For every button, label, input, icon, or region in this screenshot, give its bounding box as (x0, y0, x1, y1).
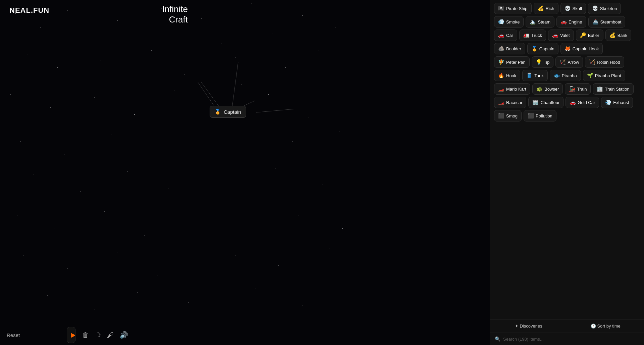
item-label: Train Station (605, 87, 629, 92)
star (27, 54, 28, 54)
star (111, 134, 111, 135)
item-btn-skeleton[interactable]: 💀Skeleton (588, 3, 621, 14)
item-btn-rich[interactable]: 💰Rich (534, 3, 558, 14)
item-emoji: 🏎️ (498, 86, 504, 92)
svg-line-2 (256, 109, 293, 112)
item-emoji: 🐟 (554, 72, 560, 79)
star (278, 265, 279, 266)
item-btn-steamboat[interactable]: 🚢Steamboat (588, 16, 626, 28)
star (329, 248, 329, 249)
item-btn-tank[interactable]: 🛢️Tank (522, 70, 547, 81)
captain-canvas-element[interactable]: 🏅 Captain (210, 106, 246, 118)
star (64, 154, 64, 155)
star (201, 18, 202, 19)
item-btn-bank[interactable]: 💰Bank (605, 30, 632, 41)
item-label: Car (506, 33, 513, 38)
item-btn-smoke[interactable]: 💨Smoke (494, 16, 524, 28)
item-btn-boulder[interactable]: 🪨Boulder (494, 43, 525, 54)
discoveries-tab[interactable]: ✦ Discoveries (490, 319, 567, 333)
item-label: Engine (569, 19, 582, 24)
item-btn-smog[interactable]: ⬛Smog (494, 110, 522, 121)
item-btn-engine[interactable]: 🚗Engine (556, 16, 586, 28)
item-emoji: 🐢 (536, 86, 543, 92)
item-emoji: 🚂 (569, 86, 575, 92)
item-emoji: 🚛 (523, 32, 530, 38)
item-btn-piranha-plant[interactable]: 🌱Piranha Plant (583, 70, 625, 81)
item-btn-train-station[interactable]: 🏢Train Station (593, 83, 633, 95)
reset-button[interactable]: Reset (7, 332, 20, 338)
search-input[interactable] (503, 337, 639, 342)
item-emoji: 🏅 (531, 46, 538, 52)
star (285, 67, 286, 68)
footer-tabs: ✦ Discoveries 🕐 Sort by time (490, 319, 644, 333)
star (10, 94, 11, 95)
item-btn-butler[interactable]: 🔑Butler (576, 30, 603, 41)
item-emoji: ⬛ (528, 113, 534, 119)
item-label: Arrow (568, 60, 579, 65)
item-btn-chauffeur[interactable]: 🏢Chauffeur (528, 97, 564, 108)
delete-button[interactable]: 🗑 (82, 331, 89, 339)
item-btn-train[interactable]: 🚂Train (565, 83, 591, 95)
star (144, 235, 145, 236)
brush-button[interactable]: 🖌 (107, 331, 114, 339)
sidebar-footer: ✦ Discoveries 🕐 Sort by time 🔍 (490, 319, 644, 345)
item-label: Train (577, 87, 587, 92)
item-label: Butler (588, 33, 599, 38)
star (292, 141, 292, 142)
dark-mode-button[interactable]: ☽ (95, 331, 101, 339)
item-label: Smog (506, 113, 518, 118)
item-btn-peter-pan[interactable]: 🧚Peter Pan (494, 56, 530, 68)
connection-lines (0, 0, 490, 345)
star (174, 91, 175, 91)
star (138, 292, 138, 293)
item-btn-valet[interactable]: 🚗Valet (548, 30, 574, 41)
item-btn-piranha[interactable]: 🐟Piranha (550, 70, 581, 81)
item-emoji: 🚗 (552, 32, 558, 38)
item-btn-steam[interactable]: 🏔️Steam (526, 16, 554, 28)
star (342, 228, 343, 229)
item-emoji: 💨 (605, 99, 611, 105)
item-btn-bowser[interactable]: 🐢Bowser (532, 83, 563, 95)
item-btn-skull[interactable]: 💀Skull (560, 3, 586, 14)
star (80, 191, 81, 192)
item-btn-mario-kart[interactable]: 🏎️Mario Kart (494, 83, 530, 95)
sort-tab[interactable]: 🕐 Sort by time (567, 319, 644, 333)
item-btn-robin-hood[interactable]: 🏹Robin Hood (585, 56, 624, 68)
svg-line-0 (231, 62, 238, 112)
item-label: Valet (560, 33, 570, 38)
star (67, 10, 68, 11)
sound-button[interactable]: 🔊 (120, 331, 128, 339)
item-label: Hook (506, 73, 516, 78)
star (67, 268, 68, 269)
item-label: Skeleton (600, 6, 617, 11)
star (188, 302, 189, 303)
svg-line-3 (201, 82, 220, 107)
item-emoji: 🔥 (498, 72, 504, 79)
item-emoji: ⬛ (498, 113, 504, 119)
item-btn-racecar[interactable]: 🏎️Racecar (494, 97, 526, 108)
item-btn-arrow[interactable]: 🏹Arrow (555, 56, 583, 68)
canvas-area[interactable]: NEAL.FUN InfiniteCraft 🏅 Captain Reset ▶… (0, 0, 490, 345)
item-btn-car[interactable]: 🚗Car (494, 30, 517, 41)
svg-line-4 (198, 82, 216, 109)
item-btn-tip[interactable]: 💡Tip (532, 56, 554, 68)
item-btn-hook[interactable]: 🔥Hook (494, 70, 520, 81)
search-icon: 🔍 (495, 336, 500, 342)
star (235, 57, 235, 58)
item-btn-gold-car[interactable]: 🚗Gold Car (566, 97, 599, 108)
star (127, 171, 128, 172)
ad-arrow-icon: ▶ (71, 331, 75, 339)
item-btn-captain-hook[interactable]: 🦊Captain Hook (560, 43, 603, 54)
sidebar: 🏴‍☠️Pirate Ship💰Rich💀Skull💀Skeleton💨Smok… (490, 0, 644, 345)
star (94, 309, 95, 309)
item-emoji: 🏔️ (530, 19, 536, 25)
star (302, 15, 303, 16)
item-btn-exhaust[interactable]: 💨Exhaust (601, 97, 633, 108)
item-btn-truck[interactable]: 🚛Truck (519, 30, 546, 41)
item-btn-pirate-ship[interactable]: 🏴‍☠️Pirate Ship (494, 3, 532, 14)
star (104, 211, 105, 212)
item-emoji: 🚗 (570, 99, 576, 105)
item-btn-captain[interactable]: 🏅Captain (527, 43, 558, 54)
star (50, 107, 51, 108)
item-btn-pollution[interactable]: ⬛Pollution (524, 110, 556, 121)
